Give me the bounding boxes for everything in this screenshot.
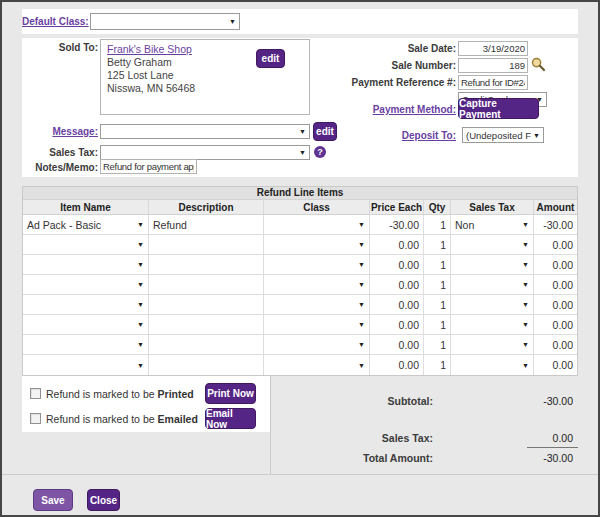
- description-cell[interactable]: [149, 335, 264, 354]
- class-select[interactable]: ▼: [264, 355, 370, 375]
- column-header-item-name: Item Name: [23, 200, 149, 214]
- capture-payment-button[interactable]: Capture Payment: [458, 98, 539, 119]
- deposit-to-select[interactable]: (Undeposited Fun ▼: [462, 127, 544, 143]
- customer-link[interactable]: Frank's Bike Shop: [107, 43, 192, 55]
- item-name-select[interactable]: ▼: [23, 255, 149, 274]
- line-sales-tax-select[interactable]: ▼: [451, 335, 534, 354]
- qty-cell[interactable]: 1: [424, 275, 451, 294]
- chevron-down-icon: ▼: [299, 149, 306, 156]
- message-link[interactable]: Message:: [22, 126, 98, 137]
- printed-checkbox[interactable]: [30, 388, 41, 399]
- line-sales-tax-select[interactable]: ▼: [451, 235, 534, 254]
- price-each-cell[interactable]: 0.00: [370, 355, 424, 375]
- item-name-select[interactable]: ▼: [23, 315, 149, 334]
- item-name-select[interactable]: Ad Pack - Basic ▼: [23, 215, 149, 234]
- qty-cell[interactable]: 1: [424, 315, 451, 334]
- qty-cell[interactable]: 1: [424, 235, 451, 254]
- item-name-select[interactable]: ▼: [23, 275, 149, 294]
- chevron-down-icon: ▼: [137, 261, 144, 268]
- description-cell[interactable]: [149, 235, 264, 254]
- email-now-button[interactable]: Email Now: [205, 408, 256, 429]
- payment-reference-input[interactable]: [458, 75, 528, 90]
- save-button[interactable]: Save: [33, 489, 73, 511]
- price-each-cell[interactable]: -30.00: [370, 215, 424, 234]
- chevron-down-icon: ▼: [299, 128, 306, 135]
- line-sales-tax-select[interactable]: ▼: [451, 295, 534, 314]
- class-select[interactable]: ▼: [264, 315, 370, 334]
- line-sales-tax-select[interactable]: ▼: [451, 275, 534, 294]
- sales-tax-label: Sales Tax:: [22, 147, 98, 158]
- column-header-price-each: Price Each: [370, 200, 424, 214]
- qty-cell[interactable]: 1: [424, 335, 451, 354]
- payment-method-link[interactable]: Payment Method:: [316, 104, 456, 115]
- print-email-panel: Refund is marked to bePrinted Print Now …: [22, 376, 270, 432]
- description-cell[interactable]: [149, 275, 264, 294]
- item-name-select[interactable]: ▼: [23, 295, 149, 314]
- sale-date-input[interactable]: [458, 41, 528, 56]
- column-header-qty: Qty: [424, 200, 451, 214]
- price-each-cell[interactable]: 0.00: [370, 335, 424, 354]
- amount-cell: 0.00: [534, 255, 577, 274]
- item-name-select[interactable]: ▼: [23, 335, 149, 354]
- chevron-down-icon: ▼: [533, 132, 540, 139]
- description-cell[interactable]: Refund: [149, 215, 264, 234]
- lookup-magnifier-icon[interactable]: [531, 57, 546, 72]
- class-select[interactable]: ▼: [264, 255, 370, 274]
- chevron-down-icon: ▼: [358, 221, 365, 228]
- qty-cell[interactable]: 1: [424, 255, 451, 274]
- amount-cell: 0.00: [534, 235, 577, 254]
- notes-memo-label: Notes/Memo:: [22, 162, 98, 173]
- chevron-down-icon: ▼: [229, 18, 236, 25]
- class-select[interactable]: ▼: [264, 235, 370, 254]
- class-select[interactable]: ▼: [264, 335, 370, 354]
- notes-memo-input[interactable]: [100, 159, 197, 174]
- footer-divider: [2, 474, 598, 475]
- line-sales-tax-select[interactable]: Non ▼: [451, 215, 534, 234]
- class-select[interactable]: ▼: [264, 275, 370, 294]
- help-icon[interactable]: ?: [314, 146, 326, 158]
- table-title: Refund Line Items: [23, 187, 577, 200]
- subtotal-label: Subtotal:: [293, 395, 433, 407]
- amount-cell: -30.00: [534, 215, 577, 234]
- qty-cell[interactable]: 1: [424, 215, 451, 234]
- class-select[interactable]: ▼: [264, 295, 370, 314]
- total-amount-value: -30.00: [498, 452, 573, 464]
- line-sales-tax-select[interactable]: ▼: [451, 315, 534, 334]
- qty-cell[interactable]: 1: [424, 295, 451, 314]
- amount-cell: 0.00: [534, 335, 577, 354]
- chevron-down-icon: ▼: [358, 241, 365, 248]
- close-button[interactable]: Close: [87, 489, 120, 511]
- description-cell[interactable]: [149, 255, 264, 274]
- table-row: ▼ ▼ 0.00 1 ▼ 0.00: [23, 255, 577, 275]
- item-name-select[interactable]: ▼: [23, 355, 149, 375]
- price-each-cell[interactable]: 0.00: [370, 295, 424, 314]
- edit-address-button[interactable]: edit: [256, 49, 285, 68]
- price-each-cell[interactable]: 0.00: [370, 315, 424, 334]
- chevron-down-icon: ▼: [358, 261, 365, 268]
- chevron-down-icon: ▼: [358, 301, 365, 308]
- line-sales-tax-select[interactable]: ▼: [451, 355, 534, 375]
- price-each-cell[interactable]: 0.00: [370, 235, 424, 254]
- line-sales-tax-select[interactable]: ▼: [451, 255, 534, 274]
- default-class-select[interactable]: ▼: [90, 13, 240, 30]
- sales-tax-select[interactable]: ▼: [100, 145, 310, 160]
- message-select[interactable]: ▼: [100, 124, 310, 139]
- item-name-select[interactable]: ▼: [23, 235, 149, 254]
- print-now-button[interactable]: Print Now: [205, 383, 256, 404]
- class-select[interactable]: ▼: [264, 215, 370, 234]
- description-cell[interactable]: [149, 295, 264, 314]
- emailed-checkbox[interactable]: [30, 413, 41, 424]
- sale-number-input[interactable]: [458, 58, 528, 73]
- default-class-link[interactable]: Default Class:: [22, 16, 87, 27]
- subtotal-value: -30.00: [498, 395, 573, 407]
- deposit-to-link[interactable]: Deposit To:: [316, 130, 456, 141]
- price-each-cell[interactable]: 0.00: [370, 255, 424, 274]
- price-each-cell[interactable]: 0.00: [370, 275, 424, 294]
- column-header-sales-tax: Sales Tax: [451, 200, 534, 214]
- table-row: ▼ ▼ 0.00 1 ▼ 0.00: [23, 275, 577, 295]
- description-cell[interactable]: [149, 355, 264, 375]
- qty-cell[interactable]: 1: [424, 355, 451, 375]
- amount-cell: 0.00: [534, 355, 577, 375]
- description-cell[interactable]: [149, 315, 264, 334]
- chevron-down-icon: ▼: [137, 281, 144, 288]
